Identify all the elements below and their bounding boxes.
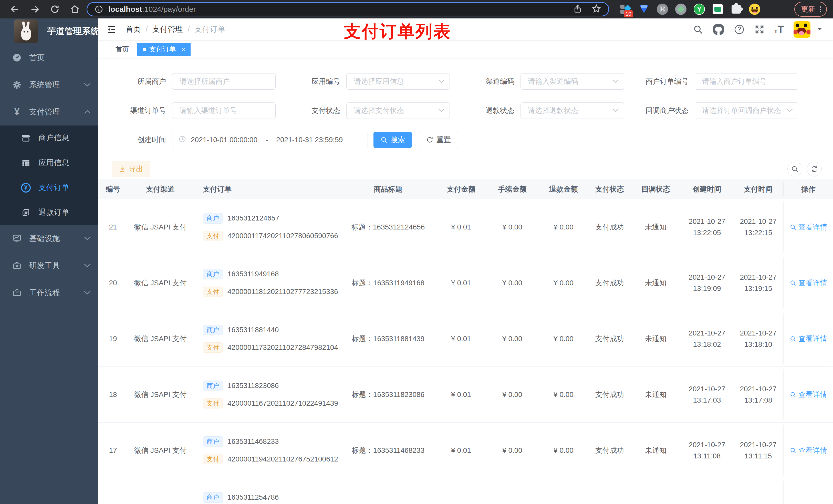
sidebar-item-pay-order[interactable]: ¥ 支付订单	[0, 175, 98, 200]
browser-update-button[interactable]: 更新	[794, 2, 827, 17]
puzzle-extension-icon[interactable]	[730, 3, 742, 15]
forward-icon[interactable]	[29, 4, 41, 15]
pay-order-number: 4200001173202110272847982104	[228, 343, 338, 352]
refund-status-select[interactable]	[521, 103, 624, 119]
avatar-caret-icon[interactable]	[817, 27, 823, 32]
y-extension-icon[interactable]: Y	[693, 3, 706, 15]
chevron-down-icon	[84, 83, 91, 87]
sidebar-item-merchant-info[interactable]: 商户信息	[0, 125, 98, 150]
merchant-tag: 商户	[203, 325, 223, 335]
merchant-order-line: 商户 1635311881440	[203, 325, 279, 335]
content: 所属商户 应用编号 渠道编码 商户订单编号	[98, 58, 833, 504]
chat-extension-icon[interactable]	[712, 3, 724, 15]
search-button[interactable]: 搜索	[374, 131, 412, 148]
browser-chrome: localhost:1024/pay/order 10 ⌘ Y 更新	[0, 0, 833, 19]
view-detail-link[interactable]: 查看详情	[790, 278, 827, 288]
notify-status-text: 未通知	[630, 390, 681, 400]
pay-order-line: 支付 4200001181202110277723215336	[203, 287, 338, 297]
search-icon[interactable]	[693, 24, 703, 34]
help-icon[interactable]	[734, 24, 745, 35]
view-detail-link[interactable]: 查看详情	[790, 334, 827, 344]
tag-home[interactable]: 首页	[110, 43, 134, 56]
emoji-extension-icon[interactable]	[748, 3, 761, 15]
extension-badge: 10	[624, 10, 633, 18]
export-button[interactable]: 导出	[112, 161, 150, 177]
merchant-order-no-input[interactable]	[695, 73, 798, 89]
pay-tag: 支付	[203, 454, 223, 464]
shop-icon	[21, 134, 31, 143]
sidebar-item-home[interactable]: 首页	[0, 44, 98, 71]
merchant-input[interactable]	[172, 73, 276, 89]
view-detail-link[interactable]: 查看详情	[790, 222, 827, 232]
app-title: 芋道管理系统	[47, 25, 99, 37]
browser-menu-icon[interactable]	[820, 6, 821, 12]
extension-dock-icon[interactable]: 10	[619, 3, 632, 15]
sidebar-item-workflow[interactable]: 工作流程	[0, 279, 98, 306]
pay-order-line: 支付 4200001194202110276752100612	[203, 454, 338, 464]
view-detail-link[interactable]: 查看详情	[790, 390, 827, 400]
refresh-button[interactable]	[807, 162, 822, 176]
share-icon[interactable]	[573, 4, 582, 14]
back-icon[interactable]	[9, 4, 21, 15]
sidebar-item-infra[interactable]: 基础设施	[0, 225, 98, 252]
document-icon	[21, 208, 31, 217]
search-form: 所属商户 应用编号 渠道编码 商户订单编号	[98, 73, 833, 148]
status-text: 支付成功	[589, 278, 630, 288]
field-app-no: 应用编号	[280, 73, 454, 90]
sidebar-item-refund-order[interactable]: 退款订单	[0, 200, 98, 225]
pay-status-select[interactable]	[347, 103, 450, 119]
field-merchant: 所属商户	[105, 73, 280, 90]
channel-code-select[interactable]	[521, 73, 624, 89]
notify-status-select[interactable]	[695, 103, 798, 119]
home-icon[interactable]	[69, 4, 80, 15]
record-extension-icon[interactable]	[675, 3, 687, 15]
pay-order-number: 4200001181202110277723215336	[228, 288, 338, 296]
sidebar-collapse-icon[interactable]	[104, 22, 119, 37]
github-icon[interactable]	[713, 24, 724, 35]
tag-close-icon[interactable]: ×	[182, 46, 185, 53]
merchant-order-line: 商户 1635311949168	[203, 269, 279, 280]
table-row: 21 微信 JSAPI 支付 商户 1635312124657 支付 42000…	[98, 199, 833, 255]
toggle-search-button[interactable]	[787, 162, 802, 176]
app-no-select[interactable]	[347, 73, 450, 89]
breadcrumb-home[interactable]: 首页	[125, 24, 141, 34]
fullscreen-icon[interactable]	[754, 24, 765, 34]
orders-table: 编号 支付渠道 支付订单 商品标题 支付金额 手续金额 退款金额 支付状态 回调…	[98, 179, 833, 504]
avatar[interactable]	[793, 21, 810, 38]
pay-order-line: 支付 4200001173202110272847982104	[203, 342, 338, 353]
briefcase-icon	[11, 288, 23, 297]
merchant-tag: 商户	[203, 269, 223, 280]
chevron-up-icon	[84, 110, 91, 114]
sidebar-item-dev-tools[interactable]: 研发工具	[0, 252, 98, 279]
reload-icon[interactable]	[49, 4, 61, 15]
tag-pay-order[interactable]: 支付订单 ×	[137, 43, 191, 56]
url-bar[interactable]: localhost:1024/pay/order	[87, 2, 609, 16]
site-info-icon[interactable]	[95, 5, 103, 14]
yen-icon: ¥	[11, 107, 23, 117]
chevron-down-icon	[613, 108, 619, 114]
chevron-down-icon	[787, 108, 793, 114]
channel-order-no-input[interactable]	[172, 103, 276, 119]
reset-button[interactable]: 重置	[419, 131, 458, 148]
pay-tag: 支付	[203, 342, 223, 353]
pay-order-number: 4200001174202110278060590766	[228, 232, 338, 240]
date-range-picker[interactable]: 2021-10-01 00:00:00 - 2021-10-31 23:59:5…	[172, 131, 368, 148]
status-text: 支付成功	[589, 446, 630, 455]
field-merchant-order-no: 商户订单编号	[628, 73, 802, 90]
breadcrumb: 首页 / 支付管理 / 支付订单	[125, 24, 225, 34]
bookmark-star-icon[interactable]	[592, 4, 601, 15]
font-size-icon[interactable]: тT	[774, 24, 784, 35]
sidebar-item-system[interactable]: 系统管理	[0, 71, 98, 98]
sidebar-item-pay[interactable]: ¥ 支付管理	[0, 98, 98, 125]
chevron-down-icon	[84, 291, 91, 295]
gem-extension-icon[interactable]	[638, 3, 650, 15]
sidebar-item-app-info[interactable]: 应用信息	[0, 150, 98, 175]
date-start[interactable]: 2021-10-01 00:00:00	[191, 136, 257, 144]
breadcrumb-pay[interactable]: 支付管理	[152, 24, 183, 34]
command-extension-icon[interactable]: ⌘	[656, 3, 669, 15]
app-logo-row[interactable]: 芋道管理系统	[0, 19, 98, 44]
table-row: 商户 1635311254786 支付 查看详情	[98, 478, 833, 504]
date-end[interactable]: 2021-10-31 23:59:59	[276, 136, 343, 144]
clock-icon	[178, 135, 186, 145]
view-detail-link[interactable]: 查看详情	[790, 446, 827, 455]
